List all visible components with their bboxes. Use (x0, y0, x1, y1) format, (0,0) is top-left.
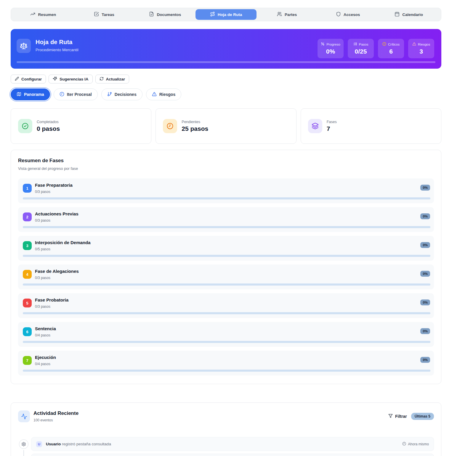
pencil-icon (15, 77, 19, 82)
phase-percent-badge: 0% (420, 328, 430, 334)
trending-up-icon (30, 12, 35, 17)
phase-steps: 0/4 pasos (35, 333, 50, 337)
tab-riesgos[interactable]: Riesgos (146, 88, 181, 100)
tab-label: Calendario (402, 12, 423, 17)
phase-progress-bar (23, 226, 430, 228)
tab-panorama[interactable]: Panorama (11, 88, 50, 100)
tab-tareas[interactable]: Tareas (74, 9, 135, 20)
list-checks-icon (353, 42, 357, 46)
section-title: Actividad Reciente (33, 410, 78, 416)
card-label: Pendientes (182, 120, 208, 124)
phase-number-badge: 5 (23, 299, 32, 307)
tab-label: Partes (285, 12, 297, 17)
list-item[interactable] (31, 454, 434, 456)
tab-hoja-de-ruta[interactable]: Hoja de Ruta (195, 9, 257, 20)
activity-section: Actividad Reciente 100 eventos Filtrar Ú… (11, 402, 441, 456)
configure-button[interactable]: Configurar (11, 75, 46, 83)
activity-text: Usuario registró pestaña consultada (46, 442, 111, 446)
phase-percent-badge: 0% (420, 242, 430, 248)
clock-icon (402, 442, 406, 447)
card-value: 7 (327, 125, 337, 132)
activity-icon (18, 410, 30, 422)
card-label: Fases (327, 120, 337, 124)
map-icon (17, 92, 21, 97)
stat-label: Pasos (359, 43, 368, 46)
roadmap-banner: Hoja de Ruta Procedimiento Mercantil Pro… (11, 29, 441, 69)
phase-row-4[interactable]: 4 Fase de Alegaciones 0/3 pasos 0% (18, 265, 434, 289)
stat-pasos: Pasos 0/25 (348, 39, 374, 58)
phase-row-3[interactable]: 3 Interposición de Demanda 0/5 pasos 0% (18, 236, 434, 261)
tab-partes[interactable]: Partes (257, 9, 318, 20)
calendar-icon (395, 12, 400, 17)
activity-actor: Usuario (46, 442, 61, 446)
tab-decisiones[interactable]: Decisiones (101, 88, 142, 100)
phase-row-2[interactable]: 2 Actuaciones Previas 0/3 pasos 0% (18, 207, 434, 232)
gear-icon (19, 439, 28, 449)
range-badge[interactable]: Últimas 5 (411, 413, 434, 420)
card-label: Completados (37, 120, 60, 124)
list-item[interactable]: U Usuario registró pestaña consultada Ah… (31, 437, 434, 451)
tab-label: Documentos (157, 12, 181, 17)
refresh-button[interactable]: Actualizar (95, 75, 129, 83)
phase-steps: 0/3 pasos (35, 276, 50, 280)
stat-value: 6 (389, 48, 393, 55)
shield-icon (336, 12, 341, 17)
phase-percent-badge: 0% (420, 271, 430, 277)
tab-accesos[interactable]: Accesos (318, 9, 379, 20)
activity-timestamp: Ahora mismo (402, 442, 429, 447)
percent-icon (321, 42, 325, 46)
funnel-icon (388, 414, 393, 419)
stat-label: Riesgos (418, 43, 430, 46)
phase-name: Interposición de Demanda (35, 240, 91, 245)
phase-steps: 0/3 pasos (35, 190, 50, 194)
phase-number-badge: 4 (23, 270, 32, 279)
ai-suggestions-button[interactable]: Sugerencias IA (49, 75, 93, 83)
phases-section: Resumen de Fases Vista general del progr… (11, 150, 441, 384)
action-bar: Configurar Sugerencias IA Actualizar (11, 75, 441, 83)
check-square-icon (94, 12, 99, 17)
phase-row-1[interactable]: 1 Fase Preparatoria 0/3 pasos 0% (18, 178, 434, 203)
tab-documentos[interactable]: Documentos (134, 9, 195, 20)
page: Resumen Tareas Documentos Hoja de Ruta P… (11, 8, 441, 456)
phase-number-badge: 3 (23, 241, 32, 250)
stat-criticos: Críticos 6 (378, 39, 404, 58)
phase-steps: 0/3 pasos (35, 218, 50, 223)
activity-description: registró pestaña consultada (62, 442, 111, 446)
scales-icon (17, 39, 31, 53)
git-branch-icon (107, 92, 112, 97)
card-fases: Fases 7 (301, 108, 441, 144)
phase-progress-bar (23, 197, 430, 199)
phase-number-badge: 1 (23, 184, 32, 193)
tab-resumen[interactable]: Resumen (13, 9, 74, 20)
alert-triangle-icon (152, 92, 157, 97)
timeline-rail (18, 437, 31, 456)
banner-progress-bar (17, 61, 435, 63)
phase-name: Fase Probatoria (35, 297, 68, 302)
phase-percent-badge: 0% (420, 185, 430, 191)
phase-name: Fase Preparatoria (35, 183, 73, 188)
activity-timeline: U Usuario registró pestaña consultada Ah… (18, 437, 434, 456)
phase-progress-bar (23, 312, 430, 314)
tab-iter-procesal[interactable]: Iter Procesal (54, 88, 98, 100)
phase-row-5[interactable]: 5 Fase Probatoria 0/3 pasos 0% (18, 293, 434, 318)
activity-header: Actividad Reciente 100 eventos Filtrar Ú… (18, 410, 434, 422)
sparkles-icon (53, 76, 57, 82)
filter-button[interactable]: Filtrar (388, 414, 407, 419)
phase-row-7[interactable]: 7 Ejecución 0/4 pasos 0% (18, 351, 434, 376)
phase-progress-bar (23, 370, 430, 372)
phase-steps: 0/4 pasos (35, 362, 50, 366)
tab-label: Resumen (38, 12, 56, 17)
phase-name: Sentencia (35, 326, 56, 331)
card-value: 0 pasos (37, 125, 60, 132)
phase-progress-bar (23, 255, 430, 257)
stat-value: 3 (419, 48, 423, 55)
phase-row-6[interactable]: 6 Sentencia 0/4 pasos 0% (18, 322, 434, 347)
section-subtitle: Vista general del progreso por fase (18, 166, 434, 171)
page-subtitle: Procedimiento Mercantil (36, 48, 78, 52)
phase-name: Actuaciones Previas (35, 211, 78, 216)
stat-value: 0% (326, 48, 335, 55)
tab-label: Hoja de Ruta (218, 12, 242, 17)
tab-calendario[interactable]: Calendario (378, 9, 439, 20)
phase-steps: 0/5 pasos (35, 247, 50, 251)
stat-value: 0/25 (355, 48, 367, 55)
